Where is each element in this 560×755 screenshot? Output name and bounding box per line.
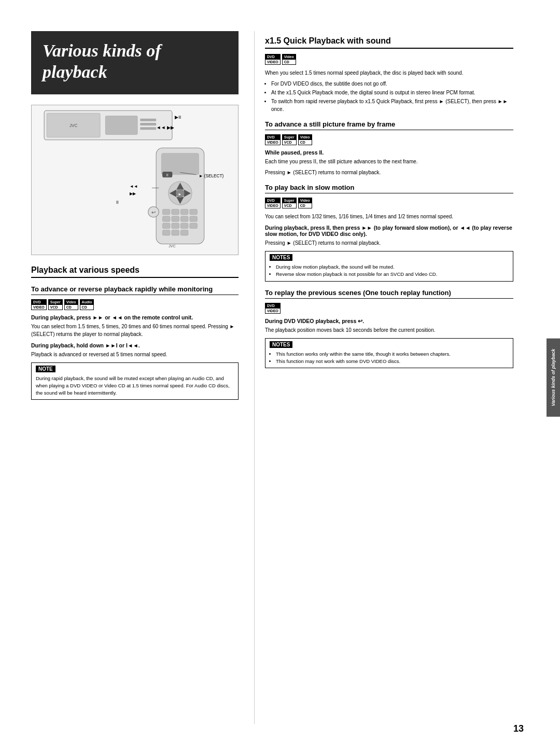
section-playback-speeds-title: Playback at various speeds [31,265,239,278]
notes-slow-motion: NOTES During slow motion playback, the s… [265,251,513,282]
body-still-2: Pressing ► (SELECT) returns to normal pl… [265,169,513,176]
svg-text:▶▶: ▶▶ [130,191,136,195]
badge-video-cd-s: Video CD [298,134,312,145]
left-column: Various kinds of playback JVC ▶II ◄◄ ▶▶ [31,31,254,724]
section-replay-title: To replay the previous scenes (One touch… [265,289,513,299]
note-title: NOTE [36,366,55,372]
bullet-list-quick: For DVD VIDEO discs, the subtitle does n… [271,80,513,113]
right-col-inner: x1.5 Quick Playback with sound DVD VIDEO… [265,36,529,368]
badge-dvd-video-s: DVD VIDEO [265,134,281,145]
svg-rect-23 [172,216,179,221]
notes-replay-list: This function works only within the same… [276,351,509,366]
svg-text:◄◄ ▶▶: ◄◄ ▶▶ [156,125,174,130]
badge-dvd-video-q: DVD VIDEO [265,54,281,65]
svg-text:►: ► [178,191,181,196]
side-tab: Various kinds of playback [547,339,560,417]
note-replay-item-2: This function may not work with some DVD… [276,358,509,365]
svg-text:JVC: JVC [69,123,78,128]
notes-replay-title: NOTES [270,341,292,348]
badge-row-replay: DVD VIDEO [265,303,513,314]
note-rapid-playback: NOTE During rapid playback, the sound wi… [31,362,239,400]
bullet-item: At the x1.5 Quick Playback mode, the dig… [271,89,513,96]
svg-text:↩: ↩ [151,209,156,215]
svg-rect-24 [180,216,188,221]
svg-rect-30 [162,230,170,235]
bullet-item: For DVD VIDEO discs, the subtitle does n… [271,80,513,88]
badge-row-still: DVD VIDEO Super VCD Video CD [265,134,513,145]
svg-rect-20 [180,209,188,214]
instruction-advance-2: During playback, hold down ►►I or I◄◄. [31,342,239,348]
note-slow-item-2: Reverse slow motion playback is not poss… [276,271,509,278]
svg-rect-4 [140,118,156,121]
notes-slow-title: NOTES [270,254,292,261]
section-slow-motion-title: To play back in slow motion [265,184,513,193]
svg-text:II: II [116,200,119,205]
while-paused-label: While paused, press II. [265,149,513,156]
badge-dvd-video-sl: DVD VIDEO [265,198,281,208]
instruction-advance-1: During playback, press ►► or ◄◄ on the r… [31,314,239,320]
section-still-frame-title: To advance a still picture frame by fram… [265,120,513,130]
note-replay-item-1: This function works only within the same… [276,351,509,358]
notes-slow-list: During slow motion playback, the sound w… [276,263,509,278]
badge-video-cd: Video CD [64,299,78,310]
badge-video-cd-q: Video CD [282,54,296,65]
right-column: x1.5 Quick Playback with sound DVD VIDEO… [254,31,529,724]
note-slow-item-1: During slow motion playback, the sound w… [276,263,509,271]
badge-dvd-video-r: DVD VIDEO [265,303,281,314]
body-slow-2: Pressing ► (SELECT) returns to normal pl… [265,239,513,247]
svg-text:▶II: ▶II [175,114,181,119]
badge-video-cd-sl: Video CD [298,198,312,208]
badge-super-vcd: Super VCD [48,299,63,310]
page-number: 13 [513,723,524,734]
page-title: Various kinds of playback [43,40,227,83]
device-illustration: JVC ▶II ◄◄ ▶▶ ► [31,105,239,255]
svg-rect-26 [162,223,170,228]
svg-rect-31 [172,230,179,235]
svg-text:JVC: JVC [169,243,176,248]
svg-rect-6 [140,127,156,130]
svg-rect-28 [180,223,188,228]
badge-audio-cd: Audio CD [80,299,94,310]
instruction-slow: During playback, press II, then press ►►… [265,225,513,237]
svg-text:◄◄: ◄◄ [130,184,138,189]
body-advance-1: You can select from 1.5 times, 5 times, … [31,323,239,338]
badge-dvd-video: DVD VIDEO [31,299,47,310]
badge-row-advance: DVD VIDEO Super VCD Video CD Audio CD [31,299,239,310]
svg-rect-19 [172,209,179,214]
svg-text:► (SELECT): ► (SELECT) [199,173,223,178]
svg-rect-5 [140,123,156,125]
subsection-advance-reverse-title: To advance or reverse playback rapidly w… [31,285,239,295]
svg-rect-25 [190,216,197,221]
svg-text:II: II [166,172,169,177]
svg-rect-18 [162,209,170,214]
bullet-item: To switch from rapid reverse playback to… [271,97,513,113]
svg-rect-3 [105,116,137,134]
svg-rect-21 [190,209,197,214]
badge-row-quick: DVD VIDEO Video CD [265,54,513,65]
note-text: During rapid playback, the sound will be… [36,375,234,397]
body-quick-playback: When you select 1.5 times normal speed p… [265,69,513,77]
body-advance-2: Playback is advanced or reversed at 5 ti… [31,351,239,358]
svg-rect-32 [180,230,188,235]
instruction-replay: During DVD VIDEO playback, press ↩. [265,318,513,324]
body-still-1: Each time you press II, the still pictur… [265,158,513,165]
title-block: Various kinds of playback [31,31,239,94]
svg-rect-22 [162,216,170,221]
svg-rect-29 [190,223,197,228]
side-tab-text: Various kinds of playback [551,349,556,407]
svg-rect-10 [161,153,199,174]
body-replay: The playback position moves back 10 seco… [265,326,513,334]
notes-replay: NOTES This function works only within th… [265,338,513,369]
page: Various kinds of playback JVC ▶II ◄◄ ▶▶ [0,0,560,755]
svg-rect-27 [172,223,179,228]
body-slow-intro: You can select from 1/32 times, 1/16 tim… [265,213,513,220]
badge-super-vcd-sl: Super VCD [282,198,297,208]
section-quick-playback-title: x1.5 Quick Playback with sound [265,36,513,49]
badge-super-vcd-s: Super VCD [282,134,297,145]
badge-row-slow: DVD VIDEO Super VCD Video CD [265,198,513,208]
